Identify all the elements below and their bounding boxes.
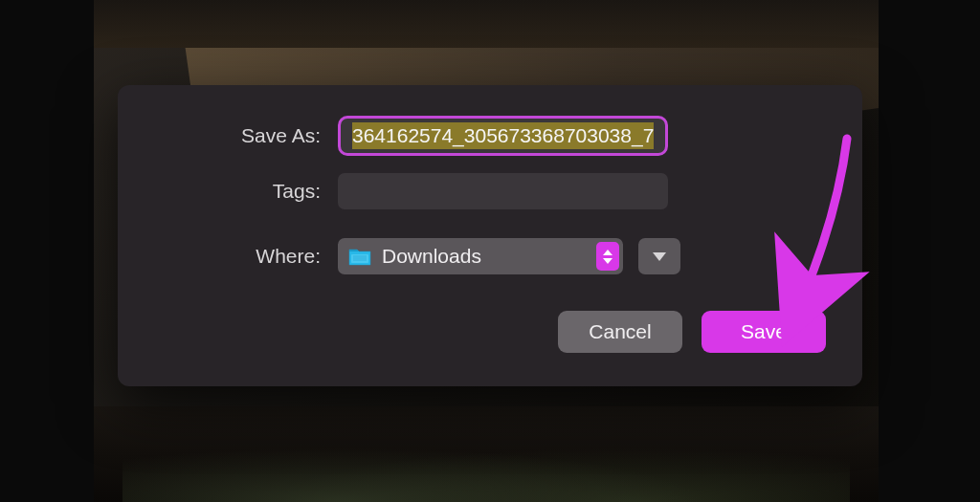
folder-icon (347, 246, 372, 267)
tags-input[interactable] (338, 173, 668, 209)
save-as-input[interactable]: 364162574_305673368703038_73 (338, 116, 668, 156)
save-as-row: Save As: 364162574_305673368703038_73 (146, 116, 834, 156)
where-dropdown[interactable]: Downloads (338, 238, 623, 274)
save-button[interactable]: Save (702, 311, 826, 353)
save-as-value: 364162574_305673368703038_73 (352, 122, 654, 149)
save-dialog: Save As: 364162574_305673368703038_73 Ta… (118, 85, 862, 386)
tags-row: Tags: (146, 173, 834, 209)
where-folder-name: Downloads (382, 245, 615, 268)
chevron-down-icon (653, 252, 666, 261)
dialog-buttons: Cancel Save (146, 311, 834, 353)
expand-button[interactable] (638, 238, 680, 274)
where-row: Where: Downloads (146, 238, 834, 274)
where-label: Where: (146, 245, 338, 268)
save-as-label: Save As: (146, 124, 338, 147)
tags-label: Tags: (146, 180, 338, 203)
cancel-button[interactable]: Cancel (558, 311, 682, 353)
where-stepper-icon (596, 242, 619, 271)
svg-rect-0 (351, 254, 368, 263)
